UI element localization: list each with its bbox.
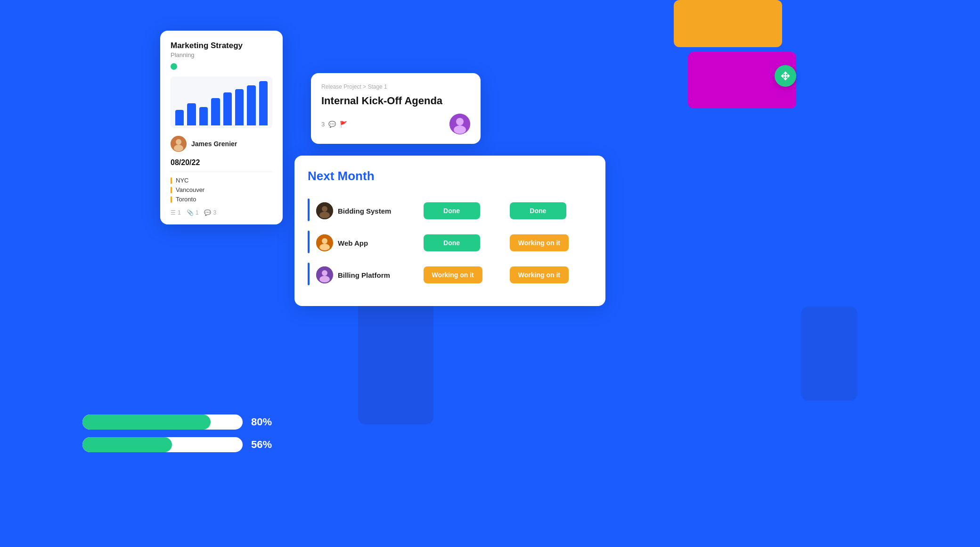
card-user-row: James Grenier bbox=[171, 136, 272, 152]
bar-8 bbox=[259, 81, 268, 125]
row-indicator bbox=[308, 199, 310, 221]
card-footer: ☰ 1 📎 1 💬 3 bbox=[171, 209, 272, 216]
progress-track-2 bbox=[82, 437, 243, 452]
card-subtitle: Planning bbox=[171, 51, 272, 58]
bg-orange-rect bbox=[674, 0, 782, 47]
location-bar-toronto bbox=[171, 196, 172, 203]
svg-point-4 bbox=[456, 118, 464, 125]
status-badge-working: Working on it bbox=[510, 234, 569, 251]
bar-2 bbox=[187, 103, 196, 125]
progress-fill-2 bbox=[82, 437, 172, 452]
comment-count: 3 bbox=[321, 121, 325, 128]
location-bar-vancouver bbox=[171, 187, 172, 193]
progress-track-1 bbox=[82, 414, 243, 430]
bar-7 bbox=[247, 85, 255, 125]
progress-label-2: 56% bbox=[251, 439, 279, 451]
project-name-cell: Billing Platform bbox=[316, 266, 416, 283]
kickoff-avatar bbox=[449, 114, 470, 134]
status-badge-done: Done bbox=[510, 202, 566, 219]
tasks-count: ☰ 1 bbox=[171, 209, 181, 216]
move-arrows-icon bbox=[780, 70, 791, 82]
location-nyc: NYC bbox=[171, 177, 272, 184]
svg-point-11 bbox=[319, 244, 330, 250]
table-row: Web App Done Working on it bbox=[308, 229, 592, 257]
kickoff-breadcrumb: Release Project > Stage 1 bbox=[321, 83, 470, 90]
project-table: Bidding System Done Done bbox=[308, 193, 592, 293]
flag-icon: 🚩 bbox=[340, 121, 347, 128]
bg-blue-rect2 bbox=[801, 307, 858, 401]
move-icon[interactable] bbox=[775, 65, 796, 87]
table-title: Next Month bbox=[308, 169, 592, 183]
row-indicator bbox=[308, 263, 310, 285]
progress-section: 80% 56% bbox=[82, 414, 279, 460]
bar-3 bbox=[199, 107, 208, 125]
project-avatar bbox=[316, 202, 333, 219]
kickoff-footer: 3 💬 🚩 bbox=[321, 114, 470, 134]
kickoff-icons: 3 💬 🚩 bbox=[321, 121, 347, 128]
bar-4 bbox=[211, 98, 220, 125]
svg-point-14 bbox=[319, 276, 330, 282]
project-avatar bbox=[316, 266, 333, 283]
row-indicator bbox=[308, 231, 310, 253]
status-badge-working: Working on it bbox=[510, 266, 569, 283]
project-name-cell: Web App bbox=[316, 234, 416, 251]
progress-row-1: 80% bbox=[82, 414, 279, 430]
status-badge-done: Done bbox=[424, 202, 480, 219]
status-badge-working: Working on it bbox=[424, 266, 482, 283]
user-name: James Grenier bbox=[191, 140, 237, 148]
svg-point-13 bbox=[322, 270, 327, 276]
svg-point-5 bbox=[454, 125, 466, 134]
card-date: 08/20/22 bbox=[171, 158, 272, 172]
location-toronto: Toronto bbox=[171, 196, 272, 203]
bar-1 bbox=[175, 110, 184, 125]
bar-chart bbox=[171, 76, 272, 128]
location-bar-nyc bbox=[171, 177, 172, 184]
table-row: Bidding System Done Done bbox=[308, 197, 592, 225]
kickoff-card: Release Project > Stage 1 Internal Kick-… bbox=[311, 73, 481, 144]
marketing-strategy-card: Marketing Strategy Planning James Grenie… bbox=[160, 31, 283, 224]
project-name-cell: Bidding System bbox=[316, 202, 416, 219]
table-row: Billing Platform Working on it Working o… bbox=[308, 261, 592, 289]
status-badge-done: Done bbox=[424, 234, 480, 251]
progress-fill-1 bbox=[82, 414, 211, 430]
chat-icon: 💬 bbox=[328, 121, 336, 128]
project-avatar bbox=[316, 234, 333, 251]
attachments-count: 📎 1 bbox=[187, 209, 199, 216]
location-vancouver: Vancouver bbox=[171, 186, 272, 193]
bar-5 bbox=[223, 92, 232, 126]
progress-row-2: 56% bbox=[82, 437, 279, 452]
svg-point-2 bbox=[174, 145, 183, 151]
avatar bbox=[171, 136, 187, 152]
svg-point-8 bbox=[319, 212, 330, 218]
kickoff-title: Internal Kick-Off Agenda bbox=[321, 95, 470, 107]
svg-point-1 bbox=[176, 139, 181, 145]
next-month-table-card: Next Month bbox=[294, 156, 605, 306]
svg-point-7 bbox=[322, 206, 327, 212]
location-list: NYC Vancouver Toronto bbox=[171, 177, 272, 203]
card-title: Marketing Strategy bbox=[171, 41, 272, 50]
bar-6 bbox=[235, 89, 244, 125]
comments-count: 💬 3 bbox=[204, 209, 216, 216]
status-dot-green bbox=[171, 63, 177, 70]
svg-point-10 bbox=[322, 238, 327, 244]
progress-label-1: 80% bbox=[251, 416, 279, 428]
